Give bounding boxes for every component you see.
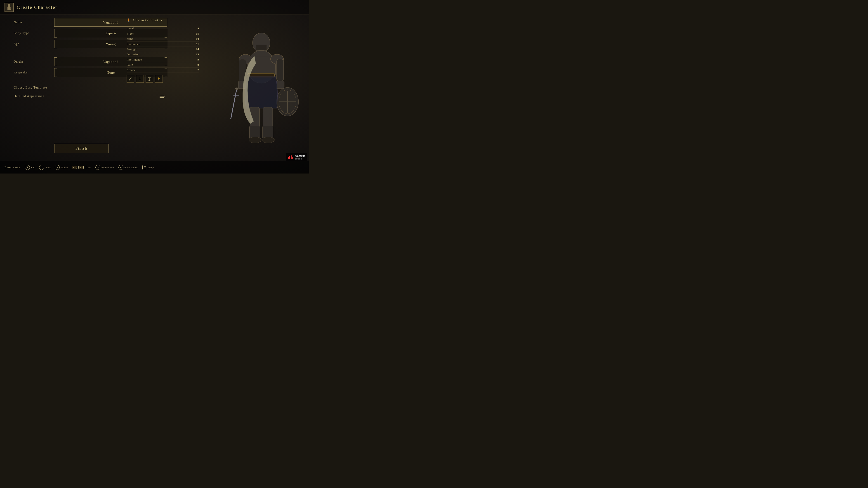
control-hint-zoom: L2 R2 :Zoom: [72, 166, 91, 169]
watermark: GAMER GUIDES: [286, 153, 307, 161]
control-hint-back: ○ :Back: [39, 165, 51, 170]
svg-rect-1: [7, 7, 11, 10]
page-title: Create Character: [17, 4, 57, 10]
select-button: ☰: [143, 165, 147, 170]
gg-bars-icon: [288, 155, 293, 159]
control-hint-ok: X :OK: [25, 165, 35, 170]
control-hint-reset-camera: R3 :Reset camera: [119, 165, 138, 170]
character-preview: [155, 13, 309, 161]
detailed-appearance-row[interactable]: Detailed Appearance: [13, 93, 167, 100]
svg-rect-3: [10, 7, 11, 9]
svg-line-26: [231, 88, 237, 119]
gamer-guides-logo: GAMER GUIDES: [288, 154, 305, 160]
finish-button[interactable]: Finish: [54, 144, 108, 153]
control-hint-help: ☰ :Help: [143, 165, 154, 170]
body-type-label: Body Type: [13, 31, 54, 35]
svg-point-38: [249, 137, 261, 143]
enter-name-label: Enter name: [4, 166, 20, 169]
header-icon: [4, 3, 13, 12]
r2-trigger: R2: [79, 166, 84, 169]
r3-button: R3: [119, 165, 123, 170]
control-hint-rotate: R :Rotate: [55, 165, 68, 170]
equip-dagger-icon: [136, 75, 144, 83]
bracket-left: [54, 29, 57, 37]
equip-sword-icon: [127, 75, 134, 83]
l2-trigger: L2: [72, 166, 77, 169]
status-person-icon: 🚶: [127, 18, 131, 22]
svg-point-0: [8, 4, 10, 7]
bracket-left: [54, 57, 57, 66]
bottom-controls-bar: Enter name X :OK ○ :Back R :Rotate L2 R2…: [0, 161, 309, 173]
keepsake-label: Keepsake: [13, 71, 54, 74]
name-label: Name: [13, 21, 54, 24]
l3-button: L3: [95, 165, 100, 170]
x-button: X: [25, 165, 30, 170]
age-label: Age: [13, 42, 54, 46]
equip-shield-icon: [146, 75, 153, 83]
svg-rect-23: [277, 59, 284, 81]
bracket-left: [54, 68, 57, 77]
svg-point-39: [262, 137, 274, 143]
control-hint-switch-view: L3 :Switch view: [95, 165, 114, 170]
svg-rect-2: [7, 7, 8, 9]
origin-label: Origin: [13, 60, 54, 64]
header: Create Character: [0, 0, 309, 14]
svg-point-6: [129, 80, 129, 80]
bracket-left: [54, 40, 57, 48]
circle-button: ○: [39, 165, 44, 170]
svg-rect-16: [256, 45, 267, 51]
base-template-label[interactable]: Choose Base Template: [13, 86, 167, 90]
r-button: R: [55, 165, 60, 170]
svg-point-28: [235, 88, 239, 90]
detailed-appearance-label: Detailed Appearance: [13, 94, 44, 98]
character-figure: [221, 25, 302, 156]
svg-marker-9: [140, 80, 141, 80]
